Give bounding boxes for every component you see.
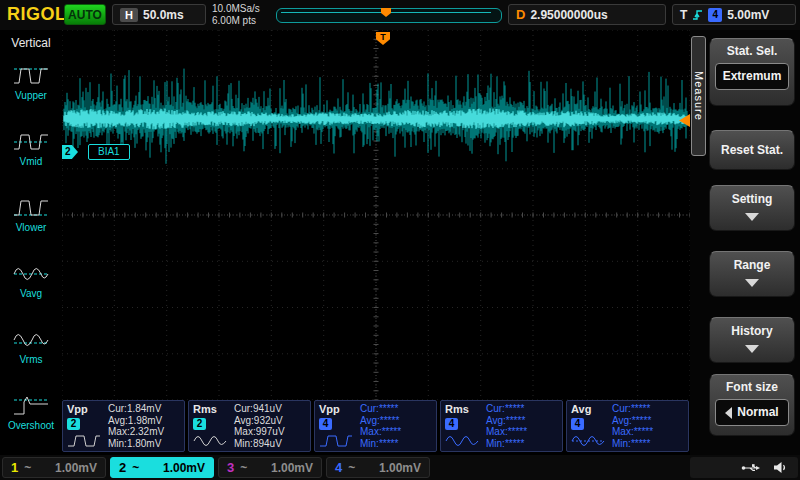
- timebase-value: 50.0ms: [143, 8, 184, 22]
- sidebar-title: Vertical: [0, 30, 62, 50]
- range-button[interactable]: Range: [709, 251, 795, 297]
- font-size-label: Font size: [726, 380, 778, 394]
- measurement-min: Min:894uV: [234, 438, 285, 450]
- channel-4-status[interactable]: 4 ~ 1.00mV: [326, 457, 430, 478]
- stat-sel-label: Stat. Sel.: [727, 44, 778, 58]
- sidebar-item-vavg[interactable]: Vavg: [0, 256, 62, 320]
- measurement-name: Rms: [445, 403, 469, 415]
- measurement-max: Max:*****: [486, 426, 527, 438]
- measurement-name: Vpp: [319, 403, 340, 415]
- memory-position-bar[interactable]: [276, 8, 502, 23]
- measurement-min: Min:1.80mV: [108, 438, 164, 450]
- font-size-button[interactable]: Font size Normal: [709, 374, 795, 436]
- measurement-panel-rms-ch2: Rms 2 Cur:941uV Avg:932uV Max:997uV Min:…: [188, 400, 311, 452]
- chevron-left-icon: [725, 407, 732, 419]
- vmid-icon: [12, 129, 50, 155]
- chevron-down-icon: [745, 279, 759, 287]
- coupling-icon: ~: [24, 461, 31, 475]
- stat-sel-button[interactable]: Stat. Sel. Extremum: [709, 38, 795, 106]
- sample-rate: 10.0MSa/s: [212, 3, 260, 15]
- history-button[interactable]: History: [709, 317, 795, 363]
- channel-number: 2: [119, 460, 126, 475]
- vrms-icon: [12, 327, 50, 353]
- trigger-info: T 4 5.00mV: [672, 4, 796, 25]
- trigger-level-value: 5.00mV: [727, 8, 769, 22]
- sidebar-item-label: Vlower: [0, 222, 62, 233]
- measurement-name: Rms: [193, 403, 217, 415]
- measurement-channel-badge: 4: [571, 418, 584, 430]
- sidebar-item-overshoot[interactable]: Overshoot: [0, 388, 62, 452]
- waveform-display: T 2 BIA1: [62, 30, 690, 400]
- measurement-max: Max:997uV: [234, 426, 285, 438]
- measurement-min: Min:*****: [486, 438, 527, 450]
- sidebar-item-vlower[interactable]: Vlower: [0, 190, 62, 254]
- setting-button[interactable]: Setting: [709, 185, 795, 231]
- channel-scale: 1.00mV: [271, 461, 313, 475]
- measurement-cur: Cur:1.84mV: [108, 403, 164, 415]
- memory-depth: 6.00M pts: [212, 15, 260, 27]
- channel-1-status[interactable]: 1 ~ 1.00mV: [2, 457, 106, 478]
- trigger-slope-icon: [692, 8, 703, 21]
- vavg-icon: [12, 261, 50, 287]
- measurement-cur: Cur:941uV: [234, 403, 285, 415]
- channel-number: 1: [11, 460, 18, 475]
- measurement-max: Max:*****: [612, 426, 653, 438]
- measurement-name: Vpp: [67, 403, 88, 415]
- measurement-avg: Avg:*****: [360, 415, 401, 427]
- measurement-name: Avg: [571, 403, 591, 415]
- avg-icon: [570, 432, 606, 450]
- channel-3-status[interactable]: 3 ~ 1.00mV: [218, 457, 322, 478]
- coupling-icon: ~: [348, 461, 355, 475]
- channel-2-status[interactable]: 2 ~ 1.00mV: [110, 457, 214, 478]
- measurement-cur: Cur:*****: [486, 403, 527, 415]
- measurement-channel-badge: 4: [319, 418, 332, 430]
- measurement-strip: Vpp 2 Cur:1.84mV Avg:1.98mV Max:2.32mV M…: [62, 400, 690, 452]
- oscilloscope-screen: { "brand": "RIGOL", "top_bar": { "status…: [0, 0, 800, 480]
- channel2-waveform: [62, 30, 690, 400]
- sidebar-item-label: Overshoot: [0, 420, 62, 431]
- channel-scale: 1.00mV: [55, 461, 97, 475]
- h-badge: H: [120, 8, 138, 22]
- reset-stat-label: Reset Stat.: [721, 143, 783, 157]
- rms-icon: [444, 432, 480, 450]
- measurement-min: Min:*****: [612, 438, 653, 450]
- vupper-icon: [12, 63, 50, 89]
- coupling-icon: ~: [132, 461, 139, 475]
- measure-tab[interactable]: Measure: [691, 36, 706, 156]
- measurement-panel-rms-ch4: Rms 4 Cur:***** Avg:***** Max:***** Min:…: [440, 400, 563, 452]
- speaker-icon: [773, 461, 788, 474]
- trigger-source-badge: 4: [708, 8, 722, 22]
- acquisition-info: 10.0MSa/s 6.00M pts: [212, 3, 260, 27]
- range-label: Range: [734, 258, 771, 272]
- sidebar-item-vrms[interactable]: Vrms: [0, 322, 62, 386]
- menu-panel: Measure Stat. Sel. Extremum Reset Stat. …: [690, 30, 800, 455]
- sidebar-item-vmid[interactable]: Vmid: [0, 124, 62, 188]
- overshoot-icon: [12, 393, 50, 419]
- channel-status-bar: 1 ~ 1.00mV 2 ~ 1.00mV 3 ~ 1.00mV 4 ~ 1.0…: [0, 455, 800, 480]
- history-label: History: [731, 324, 772, 338]
- rms-icon: [192, 432, 228, 450]
- io-status-box: [690, 457, 798, 478]
- run-status-auto[interactable]: AUTO: [64, 4, 106, 25]
- delay-value: 2.95000000us: [530, 8, 607, 22]
- vpp-icon: [66, 432, 102, 450]
- measurement-panel-vpp-ch2: Vpp 2 Cur:1.84mV Avg:1.98mV Max:2.32mV M…: [62, 400, 185, 452]
- horizontal-timebase: H 50.0ms: [112, 4, 206, 25]
- trigger-badge: T: [680, 8, 687, 22]
- run-status-label: AUTO: [68, 8, 102, 22]
- measurement-avg: Avg:932uV: [234, 415, 285, 427]
- chevron-down-icon: [745, 345, 759, 353]
- font-size-value-box: Normal: [715, 399, 789, 426]
- top-status-bar: RIGOL AUTO H 50.0ms 10.0MSa/s 6.00M pts …: [0, 0, 800, 31]
- brand-logo: RIGOL: [7, 4, 67, 25]
- sidebar-item-label: Vupper: [0, 90, 62, 101]
- stat-sel-value: Extremum: [715, 63, 789, 90]
- measurement-cur: Cur:*****: [612, 403, 653, 415]
- measurement-avg: Avg:1.98mV: [108, 415, 164, 427]
- signal-label: BIA1: [88, 144, 130, 160]
- sidebar-item-label: Vrms: [0, 354, 62, 365]
- chevron-down-icon: [745, 213, 759, 221]
- reset-stat-button[interactable]: Reset Stat.: [709, 130, 795, 170]
- sidebar-item-vupper[interactable]: Vupper: [0, 58, 62, 122]
- measurement-panel-vpp-ch4: Vpp 4 Cur:***** Avg:***** Max:***** Min:…: [314, 400, 437, 452]
